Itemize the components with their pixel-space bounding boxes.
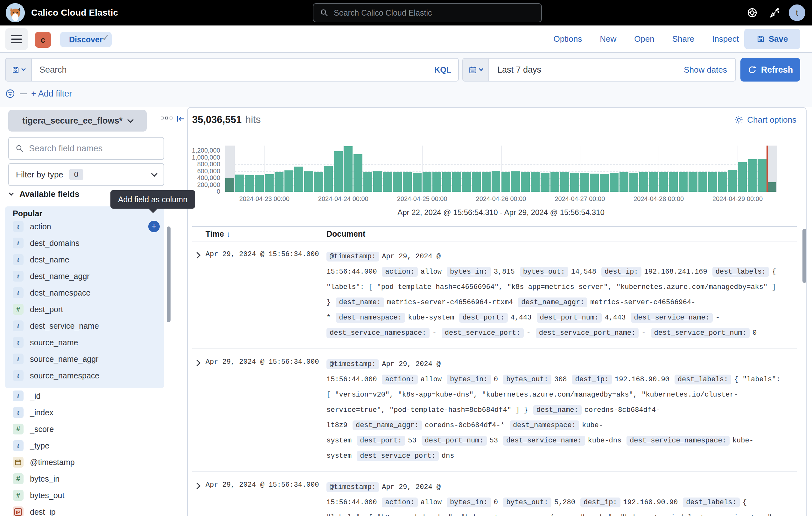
add-field-button[interactable]: + bbox=[148, 221, 160, 232]
filter-icon[interactable] bbox=[5, 88, 15, 99]
collapse-sidebar-icon[interactable] bbox=[176, 114, 185, 124]
histogram-bar[interactable] bbox=[324, 166, 333, 192]
show-dates-button[interactable]: Show dates bbox=[675, 59, 735, 81]
field-item-dest_name_aggr[interactable]: tdest_name_aggr bbox=[5, 268, 164, 284]
histogram-bar[interactable] bbox=[393, 172, 402, 192]
histogram-bar[interactable] bbox=[679, 172, 688, 192]
calendar-menu-button[interactable] bbox=[463, 59, 489, 81]
histogram-bar[interactable] bbox=[550, 172, 559, 192]
sort-desc-icon[interactable]: ↓ bbox=[227, 229, 230, 238]
index-pattern-selector[interactable]: tigera_secure_ee_flows* bbox=[8, 110, 147, 132]
chart-options-button[interactable]: Chart options bbox=[734, 115, 796, 125]
histogram-bar[interactable] bbox=[600, 174, 609, 192]
field-item-source_name[interactable]: tsource_name bbox=[5, 334, 164, 351]
histogram-bar[interactable] bbox=[590, 173, 599, 192]
histogram-bar[interactable] bbox=[413, 173, 422, 192]
histogram-bar[interactable] bbox=[353, 154, 362, 192]
histogram-plot[interactable] bbox=[225, 145, 777, 192]
saved-query-menu-button[interactable] bbox=[6, 59, 32, 81]
histogram-bar[interactable] bbox=[265, 174, 273, 192]
histogram-bar[interactable] bbox=[560, 172, 569, 192]
field-item-_score[interactable]: #_score bbox=[5, 421, 164, 437]
field-item-_type[interactable]: t_type bbox=[5, 437, 164, 454]
histogram-bar[interactable] bbox=[304, 171, 313, 192]
histogram-bar[interactable] bbox=[482, 172, 491, 192]
histogram-bar[interactable] bbox=[344, 146, 352, 192]
histogram-bar[interactable] bbox=[452, 172, 461, 192]
space-avatar[interactable]: c bbox=[35, 32, 51, 48]
histogram-bar[interactable] bbox=[472, 172, 481, 192]
histogram-bar[interactable] bbox=[619, 172, 629, 192]
save-button[interactable]: Save bbox=[744, 29, 800, 49]
field-item-dest_service_name[interactable]: tdest_service_name bbox=[5, 318, 164, 334]
histogram-bar[interactable] bbox=[541, 173, 550, 192]
expand-row-icon[interactable] bbox=[192, 482, 202, 491]
expand-row-icon[interactable] bbox=[192, 251, 202, 261]
expand-row-icon[interactable] bbox=[192, 359, 202, 368]
toolbar-link-inspect[interactable]: Inspect bbox=[712, 34, 739, 44]
histogram-bar[interactable] bbox=[689, 172, 697, 192]
toolbar-link-share[interactable]: Share bbox=[672, 34, 694, 44]
time-column-header[interactable]: Time↓ bbox=[206, 229, 326, 239]
field-item-source_name_aggr[interactable]: tsource_name_aggr bbox=[5, 351, 164, 367]
field-item-bytes_in[interactable]: #bytes_in bbox=[5, 470, 164, 487]
histogram-bar[interactable] bbox=[442, 172, 451, 192]
histogram-bar[interactable] bbox=[334, 151, 343, 192]
histogram-bar[interactable] bbox=[738, 162, 747, 192]
add-filter-button[interactable]: + Add filter bbox=[31, 89, 72, 99]
histogram-bar[interactable] bbox=[521, 172, 530, 192]
histogram-bar[interactable] bbox=[570, 173, 579, 192]
histogram-bar[interactable] bbox=[718, 172, 727, 192]
histogram-bar[interactable] bbox=[245, 175, 254, 192]
field-search-box[interactable] bbox=[8, 137, 164, 160]
histogram-bar[interactable] bbox=[501, 172, 510, 192]
histogram-bar[interactable] bbox=[235, 174, 244, 192]
nav-menu-button[interactable] bbox=[5, 28, 28, 50]
query-language-button[interactable]: KQL bbox=[427, 59, 458, 81]
field-item-@timestamp[interactable]: @timestamp bbox=[5, 454, 164, 470]
histogram-bar[interactable] bbox=[492, 171, 500, 192]
histogram-bar[interactable] bbox=[748, 159, 757, 192]
field-item-dest_name[interactable]: tdest_name bbox=[5, 251, 164, 268]
histogram-bar[interactable] bbox=[432, 172, 441, 192]
histogram-bar[interactable] bbox=[364, 172, 372, 192]
histogram-bar[interactable] bbox=[580, 173, 589, 192]
toolbar-link-options[interactable]: Options bbox=[554, 34, 582, 44]
histogram-bar[interactable] bbox=[649, 172, 658, 192]
histogram-bar[interactable] bbox=[639, 172, 648, 192]
histogram-bar[interactable] bbox=[423, 172, 431, 192]
field-item-dest_port[interactable]: #dest_port bbox=[5, 301, 164, 318]
field-search-input[interactable] bbox=[29, 144, 157, 154]
histogram-bar[interactable] bbox=[767, 182, 776, 192]
field-item-dest_ip[interactable]: IPdest_ip bbox=[5, 504, 164, 516]
histogram-bar[interactable] bbox=[285, 170, 293, 192]
histogram-bar[interactable] bbox=[669, 172, 678, 192]
available-fields-header[interactable]: Available fields bbox=[9, 189, 79, 199]
sidebar-scrollbar[interactable] bbox=[167, 226, 171, 322]
field-item-_id[interactable]: t_id bbox=[5, 388, 164, 404]
global-search-input[interactable] bbox=[334, 8, 535, 18]
field-item-dest_domains[interactable]: tdest_domains bbox=[5, 235, 164, 251]
histogram-bar[interactable] bbox=[314, 172, 323, 192]
histogram-bar[interactable] bbox=[462, 172, 471, 192]
histogram-bar[interactable] bbox=[294, 167, 303, 192]
global-search-box[interactable] bbox=[313, 3, 542, 22]
refresh-button[interactable]: Refresh bbox=[741, 58, 800, 82]
histogram-bar[interactable] bbox=[728, 170, 737, 192]
toolbar-link-open[interactable]: Open bbox=[634, 34, 655, 44]
newsfeed-icon[interactable] bbox=[768, 6, 781, 19]
histogram-bar[interactable] bbox=[610, 173, 618, 192]
histogram-bar[interactable] bbox=[698, 172, 707, 192]
histogram-bar[interactable] bbox=[255, 175, 264, 192]
histogram-bar[interactable] bbox=[659, 172, 668, 192]
field-item-source_namespace[interactable]: tsource_namespace bbox=[5, 367, 164, 384]
filter-by-type-dropdown[interactable]: Filter by type 0 bbox=[8, 163, 164, 186]
histogram-bar[interactable] bbox=[403, 172, 412, 192]
histogram-bar[interactable] bbox=[758, 159, 766, 192]
histogram-bar[interactable] bbox=[511, 171, 520, 192]
user-avatar[interactable]: t bbox=[789, 4, 805, 21]
table-scrollbar[interactable] bbox=[803, 229, 806, 283]
field-item-bytes_out[interactable]: #bytes_out bbox=[5, 487, 164, 504]
toolbar-link-new[interactable]: New bbox=[600, 34, 616, 44]
histogram-bar[interactable] bbox=[225, 178, 234, 192]
